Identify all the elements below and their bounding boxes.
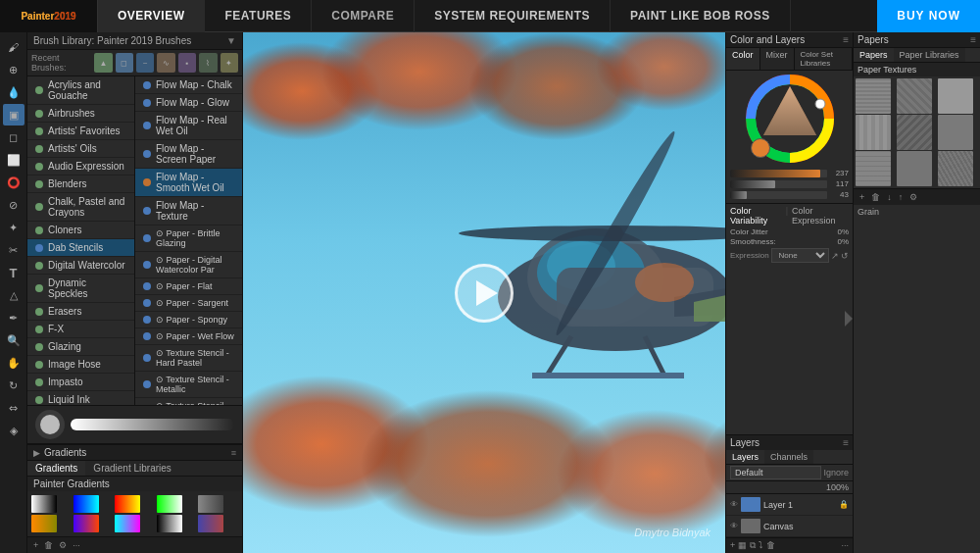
brush-paper-flat[interactable]: ⊙ Paper - Flat	[135, 278, 242, 295]
nav-features[interactable]: FEATURES	[205, 0, 312, 32]
color-wheel[interactable]	[746, 75, 834, 163]
paper-thumb-4[interactable]	[856, 115, 891, 150]
paper-export[interactable]: ↑	[897, 191, 906, 203]
brush-impasto[interactable]: Impasto	[27, 374, 134, 391]
layer-merge-icon[interactable]: ⤵	[759, 540, 763, 551]
gradient-1[interactable]	[31, 495, 57, 513]
tab-layers[interactable]: Layers	[726, 450, 764, 464]
brush-flow-chalk[interactable]: Flow Map - Chalk	[135, 76, 242, 94]
layers-menu[interactable]: ≡	[843, 437, 849, 448]
brush-texture-metallic[interactable]: ⊙ Texture Stencil - Metallic	[135, 372, 242, 398]
color-layers-menu[interactable]: ≡	[843, 34, 849, 45]
recent-brush-1[interactable]: ▲	[94, 53, 112, 73]
play-button[interactable]	[455, 264, 514, 323]
brush-paper-spongy[interactable]: ⊙ Paper - Spongy	[135, 312, 242, 328]
cv-expression-select[interactable]: None	[771, 248, 829, 263]
gradient-add[interactable]: +	[31, 539, 40, 551]
brush-erasers[interactable]: Erasers	[27, 303, 134, 321]
brush-flow-screen[interactable]: Flow Map - Screen Paper	[135, 140, 242, 169]
gradient-options[interactable]: ⚙	[57, 539, 69, 551]
recent-brush-3[interactable]: ~	[136, 53, 154, 73]
current-color-swatch[interactable]	[751, 138, 770, 158]
panel-expand-arrow[interactable]	[845, 311, 853, 327]
brush-cloners[interactable]: Cloners	[27, 222, 134, 239]
layer-row-2[interactable]: 👁 Canvas	[726, 516, 853, 537]
paper-thumb-9[interactable]	[938, 151, 973, 186]
gradient-2[interactable]	[74, 495, 99, 513]
tab-papers[interactable]: Papers	[854, 48, 894, 62]
brush-texture-hard[interactable]: ⊙ Texture Stencil - Hard Pastel	[135, 345, 242, 372]
zoom-tool[interactable]: 🔍	[3, 329, 24, 351]
brush-audio[interactable]: Audio Expression	[27, 158, 134, 176]
slider-track-1[interactable]	[730, 170, 827, 177]
tab-ce[interactable]: Color Expression	[792, 206, 849, 226]
hand-tool[interactable]: ✋	[3, 352, 24, 374]
brush-dynamic-speckles[interactable]: Dynamic Speckles	[27, 275, 134, 303]
layer-options-icon[interactable]: ···	[841, 540, 849, 551]
blend-mode-select[interactable]: Default	[730, 466, 821, 479]
gradient-8[interactable]	[115, 515, 140, 532]
fill-tool[interactable]: ▣	[3, 104, 24, 126]
text-tool[interactable]: T	[3, 262, 24, 283]
gradient-6[interactable]	[31, 515, 57, 532]
gradient-9[interactable]	[157, 515, 182, 532]
brush-flow-smooth[interactable]: Flow Map - Smooth Wet Oil	[135, 169, 242, 197]
paper-thumb-1[interactable]	[856, 78, 891, 114]
recent-brush-4[interactable]: ∿	[157, 53, 174, 73]
paper-thumb-7[interactable]	[856, 151, 891, 186]
brush-paper-wet[interactable]: ⊙ Paper - Wet Flow	[135, 328, 242, 345]
gradient-5[interactable]	[198, 495, 223, 513]
brush-blenders[interactable]: Blenders	[27, 176, 134, 193]
tab-gradients[interactable]: Gradients	[27, 461, 85, 476]
paper-thumb-8[interactable]	[897, 151, 932, 186]
paper-import[interactable]: ↓	[885, 191, 894, 203]
nav-bobross[interactable]: PAINT LIKE BOB ROSS	[611, 0, 791, 32]
gradient-3[interactable]	[115, 495, 140, 513]
slider-track-3[interactable]	[730, 191, 827, 199]
layer-add-icon[interactable]: +	[730, 540, 735, 551]
brush-liquid-ink[interactable]: Liquid Ink	[27, 391, 134, 405]
recent-brush-7[interactable]: ✦	[220, 53, 238, 73]
brush-texture-soft-pastel[interactable]: ⊙ Texture Stencil - Soft Pastel	[135, 398, 242, 405]
lasso-tool[interactable]: ⊘	[3, 194, 24, 216]
brush-image-hose[interactable]: Image Hose	[27, 356, 134, 374]
tab-color[interactable]: Color	[726, 48, 760, 70]
layer-delete-icon[interactable]: 🗑	[766, 540, 775, 551]
paper-thumb-6[interactable]	[938, 115, 973, 150]
tab-channels[interactable]: Channels	[764, 450, 813, 464]
buy-now-button[interactable]: BUY NOW	[877, 0, 980, 32]
brush-flow-glow[interactable]: Flow Map - Glow	[135, 94, 242, 112]
cv-expression-reset[interactable]: ↺	[841, 251, 849, 261]
brush-flow-real[interactable]: Flow Map - Real Wet Oil	[135, 112, 242, 140]
gradient-10[interactable]	[198, 515, 223, 532]
paper-delete[interactable]: 🗑	[869, 191, 882, 203]
gradient-4[interactable]	[157, 495, 182, 513]
tab-cv[interactable]: Color Variability	[730, 206, 782, 226]
canvas-visibility-icon[interactable]: 👁	[730, 522, 738, 530]
rotate-tool[interactable]: ↻	[3, 375, 24, 396]
paper-thumb-3[interactable]	[938, 78, 973, 114]
layer-row-1[interactable]: 👁 Layer 1 🔒	[726, 494, 853, 516]
gradient-7[interactable]	[74, 515, 99, 532]
brush-acrylics[interactable]: Acrylics and Gouache	[27, 76, 134, 105]
nav-compare[interactable]: COMPARE	[312, 0, 415, 32]
eraser-tool[interactable]: ◻	[3, 126, 24, 148]
nav-sysreq[interactable]: SYSTEM REQUIREMENTS	[415, 0, 611, 32]
nav-overview[interactable]: OVERVIEW	[98, 0, 205, 32]
cv-expression-icon[interactable]: ↗	[831, 251, 839, 261]
pen-tool[interactable]: ✒	[3, 307, 24, 328]
tab-gradient-libraries[interactable]: Gradient Libraries	[85, 461, 178, 476]
tab-mixer[interactable]: Mixer	[760, 48, 795, 70]
layer-duplicate-icon[interactable]: ⧉	[750, 540, 756, 551]
recent-brush-2[interactable]: ◻	[116, 53, 133, 73]
brush-artists-fav[interactable]: Artists' Favorites	[27, 123, 134, 140]
symmetry-tool[interactable]: ◈	[3, 420, 24, 441]
recent-brush-6[interactable]: ⌇	[199, 53, 217, 73]
layer-visibility-icon[interactable]: 👁	[730, 500, 738, 509]
gradient-trash[interactable]: 🗑	[42, 539, 55, 551]
brush-tool[interactable]: 🖌	[3, 36, 24, 58]
brush-glazing[interactable]: Glazing	[27, 338, 134, 356]
dropper-tool[interactable]: 💧	[3, 81, 24, 103]
brush-dab-stencils[interactable]: Dab Stencils	[27, 239, 134, 257]
select-rect-tool[interactable]: ⬜	[3, 149, 24, 171]
